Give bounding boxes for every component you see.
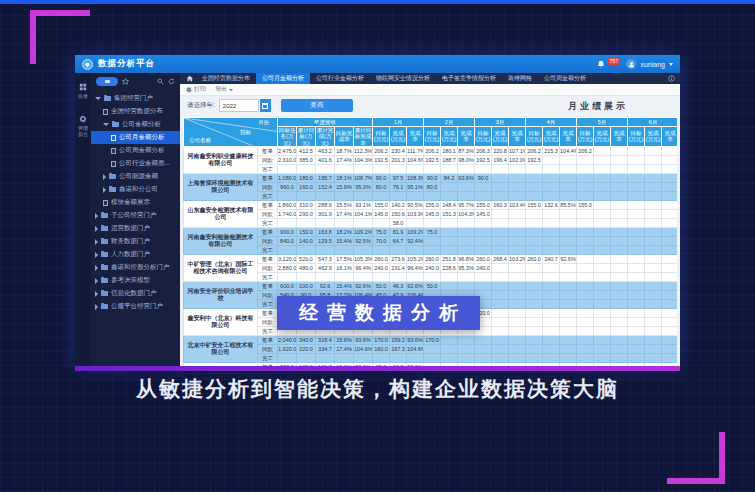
tree-item-16[interactable]: 公服平台经营门户 — [91, 300, 180, 313]
promo-frame: 数据分析平台 757 xuniang 目录 — [0, 0, 755, 492]
table-cell: 960.0 — [278, 182, 297, 191]
table-cell: 251.8 — [441, 254, 458, 263]
metric-cell: 回款 — [258, 236, 278, 245]
table-cell — [628, 182, 645, 191]
table-col-header: 目标(万元) — [424, 127, 441, 147]
table-row: 完工 — [184, 353, 678, 362]
tree-item-10[interactable]: 运营数据门户 — [91, 222, 180, 235]
caret-icon[interactable] — [103, 123, 109, 126]
table-cell — [611, 209, 628, 218]
tab-6[interactable]: 公司周金额分析 — [538, 73, 592, 84]
table-cell: 92.5% — [354, 236, 373, 245]
table-cell — [594, 236, 611, 245]
table-cell — [594, 254, 611, 263]
search-icon[interactable] — [157, 78, 164, 85]
table-cell — [297, 245, 316, 254]
table-row: 北京中矿安全工程技术有限公司签单2,040.0340.0318.415.6%93… — [184, 335, 678, 344]
table-cell — [560, 263, 577, 272]
table-cell: 81.9 — [390, 227, 407, 236]
table-cell — [458, 164, 475, 173]
company-name-cell: 鑫安利中（北京）科技有限公司 — [184, 308, 258, 335]
tree-item-0[interactable]: 集团经营门户 — [91, 92, 180, 105]
caret-icon[interactable] — [95, 291, 98, 297]
print-button[interactable]: 打印 — [186, 85, 206, 94]
folder-icon — [101, 291, 108, 296]
table-cell — [407, 272, 424, 281]
caret-icon[interactable] — [95, 213, 98, 219]
rail-item-catalog[interactable]: 目录 — [78, 83, 89, 99]
table-cell: 17.5% — [335, 254, 354, 263]
tab-2[interactable]: 公司行业金额分析 — [310, 73, 370, 84]
table-group-month: 3月 — [475, 118, 526, 127]
table-cell — [662, 344, 677, 353]
chevron-down-icon[interactable] — [669, 63, 673, 66]
table-col-header: 目标(万元) — [373, 127, 390, 147]
caret-icon[interactable] — [95, 97, 101, 100]
caret-icon[interactable] — [95, 265, 98, 271]
tree-item-3[interactable]: 公司月金额分析 — [91, 131, 180, 144]
tree-item-2[interactable]: 公司金额分析 — [91, 118, 180, 131]
tree-item-12[interactable]: 人力数据门户 — [91, 248, 180, 261]
table-cell — [611, 353, 628, 362]
tree-item-7[interactable]: 鑫诺和分公司 — [91, 183, 180, 196]
table-cell — [645, 218, 662, 227]
tab-5[interactable]: 装维网格 — [502, 73, 538, 84]
table-cell — [278, 164, 297, 173]
query-button[interactable]: 查询 — [281, 99, 353, 112]
table-cell: 80.0 — [373, 182, 390, 191]
table-cell: 64.7 — [390, 236, 407, 245]
table-cell — [645, 155, 662, 164]
table-cell — [316, 272, 335, 281]
username[interactable]: xuniang — [640, 61, 665, 68]
table-cell — [441, 191, 458, 200]
folder-icon — [112, 122, 119, 127]
tree-item-8[interactable]: 模块金额展示 — [91, 196, 180, 209]
tree-item-4[interactable]: 公司周金额分析 — [91, 144, 180, 157]
caret-icon[interactable] — [103, 174, 106, 180]
tree-item-11[interactable]: 财务数据门户 — [91, 235, 180, 248]
caret-icon[interactable] — [95, 304, 98, 310]
star-icon[interactable] — [122, 78, 129, 85]
table-cell — [560, 317, 577, 326]
tree-item-13[interactable]: 鑫诺和控股分析门户 — [91, 261, 180, 274]
table-cell — [560, 335, 577, 344]
caret-icon[interactable] — [95, 252, 98, 258]
caret-icon[interactable] — [103, 187, 106, 193]
table-cell — [492, 299, 509, 308]
tab-4[interactable]: 电子签竞争情报分析 — [436, 73, 502, 84]
table-cell — [526, 164, 543, 173]
tab-0[interactable]: 全国经营数据分布 — [196, 73, 256, 84]
caret-icon[interactable] — [95, 226, 98, 232]
caret-icon[interactable] — [95, 239, 98, 245]
table-cell: 600.0 — [278, 281, 297, 290]
avatar[interactable] — [626, 59, 636, 69]
table-cell — [492, 308, 509, 317]
table-cell — [543, 281, 560, 290]
export-button[interactable]: 导出 — [215, 85, 233, 94]
bell-icon[interactable] — [597, 60, 605, 68]
tree-item-5[interactable]: 公司行业金额票... — [91, 157, 180, 170]
refresh-icon[interactable] — [168, 78, 175, 85]
home-icon[interactable] — [183, 75, 196, 82]
tree-item-15[interactable]: 信息化数据门户 — [91, 287, 180, 300]
tree-item-6[interactable]: 公司能源金额 — [91, 170, 180, 183]
rail-item-admin[interactable]: 管理后台 — [78, 115, 89, 137]
year-input[interactable]: 2022 — [219, 99, 259, 112]
table-cell — [577, 245, 594, 254]
table-cell: 75.0 — [424, 227, 441, 236]
metric-cell: 完工 — [258, 272, 278, 281]
tab-3[interactable]: 物联网安全情况分析 — [370, 73, 436, 84]
table-cell: 192.5 — [373, 155, 390, 164]
tree-item-1[interactable]: 全国经营数据分布 — [91, 105, 180, 118]
info-icon[interactable] — [668, 75, 677, 82]
tree-item-14[interactable]: 参考决策模型 — [91, 274, 180, 287]
calendar-icon[interactable] — [260, 99, 271, 112]
tree-item-9[interactable]: 子公司经营门户 — [91, 209, 180, 222]
sidebar-view-toggle[interactable] — [96, 77, 118, 86]
table-cell: 70.0 — [373, 236, 390, 245]
table-cell — [373, 272, 390, 281]
table-cell — [611, 245, 628, 254]
metric-cell: 完工 — [258, 299, 278, 308]
caret-icon[interactable] — [95, 278, 98, 284]
tab-1[interactable]: 公司月金额分析 — [256, 73, 310, 84]
